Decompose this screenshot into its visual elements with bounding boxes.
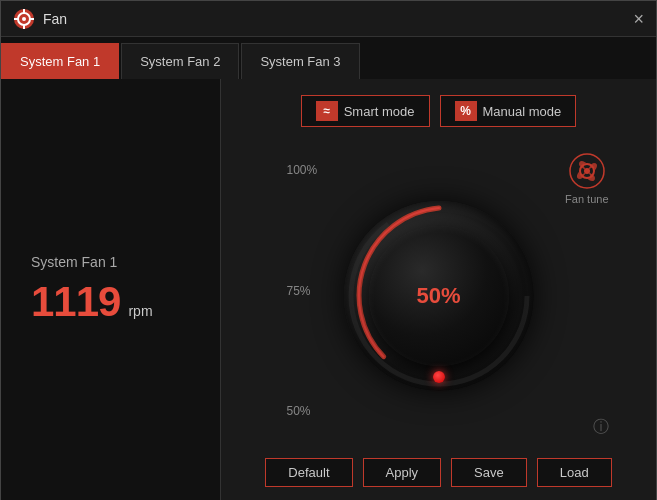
rpm-value: 1119	[31, 278, 120, 326]
load-button[interactable]: Load	[537, 458, 612, 487]
action-buttons: Default Apply Save Load	[265, 458, 611, 487]
smart-mode-label: Smart mode	[344, 104, 415, 119]
fan-name-label: System Fan 1	[31, 254, 190, 270]
main-content: System Fan 1 1119 rpm ≈ Smart mode % Man…	[1, 79, 656, 500]
right-panel: ≈ Smart mode % Manual mode 100% 75% 50%	[221, 79, 656, 500]
knob-indicator-dot	[433, 371, 445, 383]
window-title: Fan	[43, 11, 67, 27]
manual-mode-icon: %	[455, 101, 477, 121]
app-window: Fan × System Fan 1 System Fan 2 System F…	[0, 0, 657, 500]
tab-bar: System Fan 1 System Fan 2 System Fan 3	[1, 37, 656, 79]
fan-tune-label: Fan tune	[565, 193, 608, 205]
scale-100: 100%	[287, 163, 318, 177]
fan-knob[interactable]: 50%	[344, 201, 534, 391]
svg-point-2	[22, 17, 26, 21]
default-button[interactable]: Default	[265, 458, 352, 487]
scale-labels: 100% 75% 50%	[287, 143, 318, 448]
mode-buttons: ≈ Smart mode % Manual mode	[301, 95, 577, 127]
tab-system-fan-3[interactable]: System Fan 3	[241, 43, 359, 79]
info-icon[interactable]: ⓘ	[593, 417, 609, 438]
apply-button[interactable]: Apply	[363, 458, 442, 487]
knob-outer-ring: 50%	[344, 201, 534, 391]
app-logo-icon	[13, 8, 35, 30]
left-panel: System Fan 1 1119 rpm	[1, 79, 221, 500]
tab-system-fan-2[interactable]: System Fan 2	[121, 43, 239, 79]
fan-rpm-display: 1119 rpm	[31, 278, 190, 326]
close-button[interactable]: ×	[633, 10, 644, 28]
smart-mode-button[interactable]: ≈ Smart mode	[301, 95, 430, 127]
fan-tune-button[interactable]: Fan tune	[565, 153, 608, 205]
scale-75: 75%	[287, 284, 318, 298]
tab-system-fan-1[interactable]: System Fan 1	[1, 43, 119, 79]
knob-area: 100% 75% 50%	[269, 143, 609, 448]
title-bar: Fan ×	[1, 1, 656, 37]
fan-tune-icon	[569, 153, 605, 189]
save-button[interactable]: Save	[451, 458, 527, 487]
knob-inner: 50%	[369, 226, 509, 366]
knob-percent-label: 50%	[416, 283, 460, 309]
manual-mode-button[interactable]: % Manual mode	[440, 95, 577, 127]
manual-mode-label: Manual mode	[483, 104, 562, 119]
rpm-unit: rpm	[128, 303, 152, 319]
smart-mode-icon: ≈	[316, 101, 338, 121]
scale-50: 50%	[287, 404, 318, 418]
